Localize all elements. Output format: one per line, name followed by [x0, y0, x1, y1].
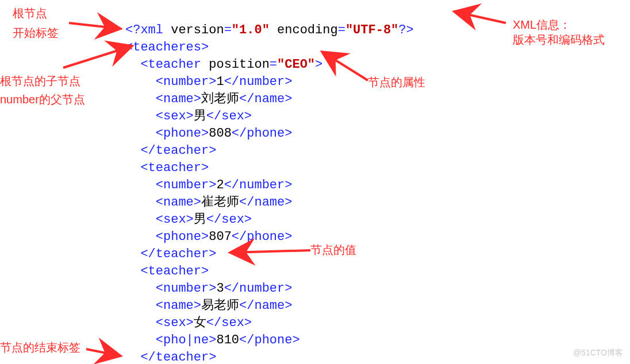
t2-sex-open: <sex> — [125, 212, 194, 227]
teacher1-open-b: > — [315, 57, 322, 72]
t3-name-open: <name> — [125, 299, 201, 313]
t2-sex-close: </sex> — [206, 212, 252, 227]
t3-sex-open: <sex> — [125, 316, 194, 330]
t3-number-val: 3 — [216, 281, 224, 296]
watermark: @51CTO博客 — [573, 348, 623, 358]
t3-number-close: </number> — [224, 281, 293, 296]
t1-phone-val: 808 — [209, 126, 232, 141]
t1-phone-close: </phone> — [232, 126, 293, 141]
t1-sex-close: </sex> — [206, 109, 252, 123]
t3-number-open: <number> — [125, 281, 216, 296]
teacher1-close: </teacher> — [125, 144, 216, 158]
annot-xml-info-2: 版本号和编码格式 — [513, 32, 605, 47]
t1-number-open: <number> — [125, 75, 216, 89]
t2-name-val: 崔老师 — [201, 195, 239, 210]
annot-root-node: 根节点 — [13, 6, 47, 21]
t1-name-open: <name> — [125, 92, 201, 106]
xml-decl-val1: "1.0" — [232, 23, 270, 37]
t2-phone-open: <phone> — [125, 230, 209, 244]
annot-child-node-1: 根节点的子节点 — [0, 73, 80, 88]
teacher1-attr-name: position — [209, 57, 270, 72]
t1-sex-open: <sex> — [125, 109, 194, 123]
t3-phone-val: 810 — [216, 333, 239, 347]
xml-decl-open: <?xml — [125, 23, 171, 37]
teacher1-attr-val: "CEO" — [277, 57, 315, 72]
xml-decl-attr2: encoding — [270, 23, 338, 37]
teacher1-open-a: <teacher — [125, 57, 209, 72]
teacher1-attr-eq: = — [270, 57, 277, 72]
xml-decl-attr1: version — [171, 23, 224, 37]
arrow-to-root-close — [86, 349, 121, 356]
arrow-to-root-open — [69, 23, 121, 29]
t3-phone-close: </phone> — [239, 333, 300, 347]
t2-name-close: </name> — [239, 195, 292, 210]
teacher3-open: <teacher> — [125, 264, 209, 278]
t2-sex-val: 男 — [194, 212, 206, 227]
t2-name-open: <name> — [125, 195, 201, 210]
t3-name-close: </name> — [239, 299, 292, 313]
t2-number-open: <number> — [125, 178, 216, 192]
xml-decl-val2: "UTF-8" — [345, 23, 398, 37]
annot-start-tag: 开始标签 — [13, 25, 59, 40]
arrow-to-xml-decl — [454, 11, 506, 23]
annot-xml-info-1: XML信息： — [513, 17, 571, 32]
t2-phone-close: </phone> — [232, 230, 293, 244]
t3-phone-open: <pho|ne> — [125, 333, 216, 347]
xml-decl-close: ?> — [398, 23, 413, 37]
xml-decl-eq2: = — [338, 23, 345, 37]
annot-end-tag: 节点的结束标签 — [0, 340, 80, 355]
teacher2-close: </teacher> — [125, 247, 216, 261]
t1-name-val: 刘老师 — [201, 92, 239, 106]
t3-name-val: 易老师 — [201, 299, 239, 313]
annot-child-node-2: number的父节点 — [0, 92, 85, 107]
annot-node-value: 节点的值 — [310, 242, 356, 257]
xml-code-block: <?xml version="1.0" encoding="UTF-8"?> <… — [125, 5, 414, 364]
t3-sex-close: </sex> — [206, 316, 252, 330]
teacher2-open: <teacher> — [125, 161, 209, 175]
t1-number-val: 1 — [216, 75, 224, 89]
t1-sex-val: 男 — [194, 109, 206, 123]
arrow-to-teacher1 — [63, 46, 132, 68]
xml-decl-eq1: = — [224, 23, 232, 37]
teacher3-close: </teacher> — [125, 350, 216, 364]
t1-name-close: </name> — [239, 92, 292, 106]
t1-phone-open: <phone> — [125, 126, 209, 141]
root-open: <teacheres> — [125, 40, 209, 55]
t3-sex-val: 女 — [194, 316, 206, 330]
t2-number-val: 2 — [216, 178, 224, 192]
t1-number-close: </number> — [224, 75, 293, 89]
annot-node-attr: 节点的属性 — [368, 75, 425, 90]
t2-number-close: </number> — [224, 178, 293, 192]
t2-phone-val: 807 — [209, 230, 232, 244]
